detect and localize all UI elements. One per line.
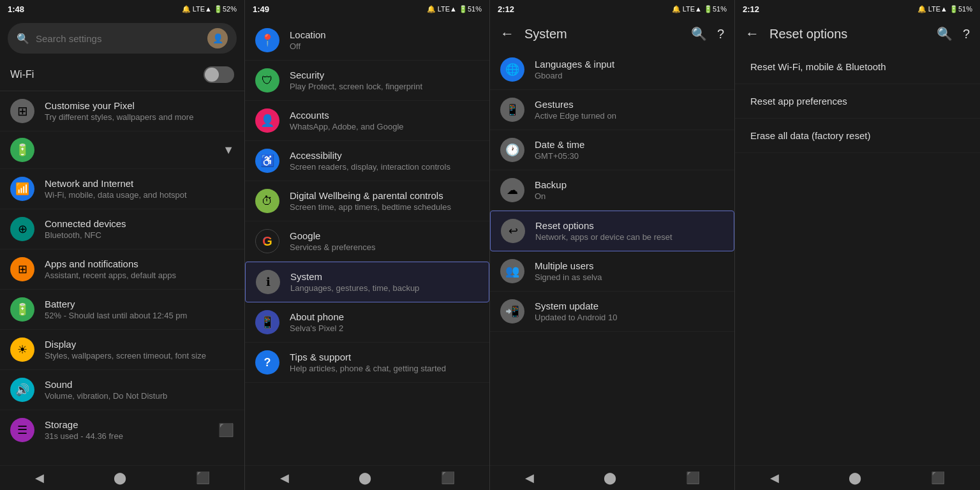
back-nav-3-icon[interactable]: ◀ [525, 471, 534, 485]
back-button-4[interactable]: ← [745, 26, 759, 42]
back-nav-2-icon[interactable]: ◀ [280, 471, 289, 485]
connected-devices-item[interactable]: ⊕ Connected devices Bluetooth, NFC [0, 209, 244, 249]
display-item[interactable]: ☀ Display Styles, wallpapers, screen tim… [0, 330, 244, 370]
sound-item[interactable]: 🔊 Sound Volume, vibration, Do Not Distur… [0, 370, 244, 410]
home-nav-4-icon[interactable]: ⬤ [849, 471, 861, 485]
battery-icon: 🔋 [10, 297, 34, 322]
accounts-item[interactable]: 👤 Accounts WhatsApp, Adobe, and Google [245, 101, 489, 141]
apps-notifications-item[interactable]: ⊞ Apps and notifications Assistant, rece… [0, 249, 244, 290]
network-item[interactable]: 📶 Network and Internet Wi-Fi, mobile, da… [0, 169, 244, 209]
system-update-item[interactable]: 📲 System update Updated to Android 10 [490, 292, 734, 332]
google-item[interactable]: G Google Services & preferences [245, 221, 489, 262]
accessibility-item[interactable]: ♿ Accessibility Screen readers, display,… [245, 141, 489, 181]
time-4: 2:12 [743, 4, 759, 14]
security-icon: 🛡 [255, 68, 279, 93]
reset-app-label: Reset app preferences [750, 96, 965, 107]
battery-collapse-icon: 🔋 [10, 138, 34, 162]
location-icon: 📍 [255, 28, 279, 52]
backup-icon: ☁ [500, 178, 524, 202]
system-update-icon: 📲 [500, 299, 524, 323]
customize-pixel-item[interactable]: ⊞ Customise your Pixel Try different sty… [0, 91, 244, 131]
wifi-row: Wi-Fi [0, 59, 244, 91]
search-input[interactable] [36, 33, 201, 44]
digital-wellbeing-item[interactable]: ⏱ Digital Wellbeing & parental controls … [245, 181, 489, 221]
customize-title: Customise your Pixel [45, 100, 234, 111]
wellbeing-icon: ⏱ [255, 189, 279, 213]
reset-app-prefs-item[interactable]: Reset app preferences [735, 84, 980, 119]
panel-1: 1:48 🔔 LTE▲ 🔋52% 🔍 👤 Wi-Fi ⊞ Customise y… [0, 0, 245, 490]
panel4-header: ← Reset options 🔍 ? [735, 18, 980, 50]
status-icons-3: 🔔 LTE▲ 🔋51% [672, 5, 727, 13]
sound-icon: 🔊 [10, 378, 34, 402]
status-icons-1: 🔔 LTE▲ 🔋52% [182, 5, 237, 13]
search-header-icon-3[interactable]: 🔍 [691, 26, 707, 41]
customize-text: Customise your Pixel Try different style… [45, 100, 234, 122]
help-icon-3[interactable]: ? [717, 27, 724, 41]
help-icon-4[interactable]: ? [963, 27, 970, 41]
recents-nav-4-icon[interactable]: ⬛ [931, 471, 945, 485]
location-item[interactable]: 📍 Location Off [245, 20, 489, 61]
nav-bar-3: ◀ ⬤ ⬛ [490, 465, 734, 490]
tips-support-item[interactable]: ? Tips & support Help articles, phone & … [245, 343, 489, 383]
languages-item[interactable]: 🌐 Languages & input Gboard [490, 50, 734, 90]
avatar[interactable]: 👤 [207, 28, 228, 48]
search-bar[interactable]: 🔍 👤 [8, 23, 237, 54]
status-bar-2: 1:49 🔔 LTE▲ 🔋51% [245, 0, 489, 18]
connected-icon: ⊕ [10, 217, 34, 241]
reset-wifi-item[interactable]: Reset Wi-Fi, mobile & Bluetooth [735, 50, 980, 84]
wifi-toggle[interactable] [204, 66, 234, 83]
storage-square-icon: ⬛ [218, 422, 234, 438]
recents-nav-3-icon[interactable]: ⬛ [686, 471, 700, 485]
home-nav-3-icon[interactable]: ⬤ [604, 471, 616, 485]
time-2: 1:49 [253, 4, 269, 14]
panel-4: 2:12 🔔 LTE▲ 🔋51% ← Reset options 🔍 ? Res… [735, 0, 980, 490]
panel3-title: System [524, 27, 681, 41]
backup-item[interactable]: ☁ Backup On [490, 170, 734, 211]
time-1: 1:48 [8, 4, 24, 14]
battery-collapse[interactable]: 🔋 ▼ [0, 131, 244, 169]
erase-data-item[interactable]: Erase all data (factory reset) [735, 119, 980, 153]
datetime-icon: 🕐 [500, 138, 524, 162]
back-nav-4-icon[interactable]: ◀ [770, 471, 779, 485]
status-icons-4: 🔔 LTE▲ 🔋51% [917, 5, 972, 13]
back-button-3[interactable]: ← [500, 26, 514, 42]
panel1-scroll: 📶 Network and Internet Wi-Fi, mobile, da… [0, 169, 244, 465]
reset-options-icon: ↩ [501, 219, 525, 243]
wifi-label: Wi-Fi [10, 69, 34, 80]
accounts-icon: 👤 [255, 108, 279, 133]
panel4-scroll: Reset Wi-Fi, mobile & Bluetooth Reset ap… [735, 50, 980, 465]
security-item[interactable]: 🛡 Security Play Protect, screen lock, fi… [245, 61, 489, 101]
datetime-item[interactable]: 🕐 Date & time GMT+05:30 [490, 130, 734, 170]
battery-item[interactable]: 🔋 Battery 52% - Should last until about … [0, 290, 244, 330]
gestures-icon: 📱 [500, 98, 524, 122]
home-nav-icon[interactable]: ⬤ [114, 471, 126, 485]
customize-icon: ⊞ [10, 99, 34, 123]
panel3-scroll: 🌐 Languages & input Gboard 📱 Gestures Ac… [490, 50, 734, 465]
reset-options-item[interactable]: ↩ Reset options Network, apps or device … [490, 211, 734, 251]
panel3-header: ← System 🔍 ? [490, 18, 734, 50]
status-icons-2: 🔔 LTE▲ 🔋51% [427, 5, 482, 13]
multiple-users-icon: 👥 [500, 259, 524, 283]
storage-item[interactable]: ☰ Storage 31s used - 44.36 free ⬛ [0, 410, 244, 450]
panel4-title: Reset options [769, 27, 926, 41]
languages-icon: 🌐 [500, 57, 524, 82]
nav-bar-1: ◀ ⬤ ⬛ [0, 465, 244, 490]
panel-3: 2:12 🔔 LTE▲ 🔋51% ← System 🔍 ? 🌐 Language… [490, 0, 735, 490]
search-header-icon-4[interactable]: 🔍 [937, 26, 953, 41]
panel2-scroll: 📍 Location Off 🛡 Security Play Protect, … [245, 18, 489, 465]
home-nav-2-icon[interactable]: ⬤ [359, 471, 371, 485]
gestures-item[interactable]: 📱 Gestures Active Edge turned on [490, 90, 734, 130]
back-nav-icon[interactable]: ◀ [35, 471, 44, 485]
system-item[interactable]: ℹ System Languages, gestures, time, back… [245, 262, 489, 302]
search-icon: 🔍 [17, 33, 29, 45]
google-icon: G [255, 229, 279, 253]
recents-nav-icon[interactable]: ⬛ [196, 471, 210, 485]
about-phone-item[interactable]: 📱 About phone Selva's Pixel 2 [245, 302, 489, 343]
time-3: 2:12 [498, 4, 514, 14]
tips-icon: ? [255, 350, 279, 375]
nav-bar-2: ◀ ⬤ ⬛ [245, 465, 489, 490]
recents-nav-2-icon[interactable]: ⬛ [441, 471, 455, 485]
multiple-users-item[interactable]: 👥 Multiple users Signed in as selva [490, 251, 734, 292]
status-bar-4: 2:12 🔔 LTE▲ 🔋51% [735, 0, 980, 18]
chevron-down-icon: ▼ [223, 144, 234, 157]
